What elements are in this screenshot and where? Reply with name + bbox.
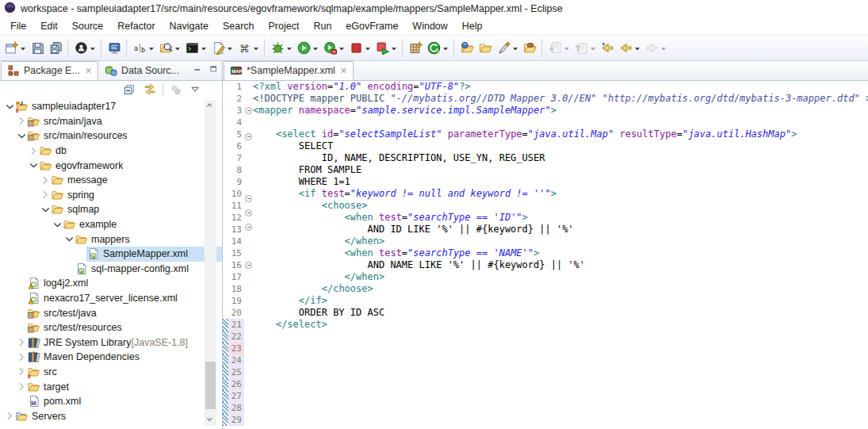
- chevron-collapsed-icon[interactable]: [28, 146, 39, 156]
- tree-item-log4j2-xml[interactable]: log4j2.xml: [0, 276, 222, 291]
- new-wizard-button[interactable]: [2, 39, 29, 57]
- menu-file[interactable]: File: [3, 19, 33, 33]
- chevron-collapsed-icon[interactable]: [40, 175, 51, 186]
- highlighter-button[interactable]: [495, 39, 521, 57]
- close-tab-icon[interactable]: ✕: [85, 66, 92, 76]
- focus-task-button[interactable]: [168, 82, 184, 98]
- tree-item-jre-system-library[interactable]: JRE System Library [JavaSE-1.8]: [0, 335, 222, 350]
- tree-item-message[interactable]: message: [0, 173, 222, 188]
- chevron-expanded-icon[interactable]: [16, 131, 27, 141]
- ab-toggle-dropdown-icon[interactable]: [147, 42, 155, 55]
- chevron-expanded-icon[interactable]: [63, 234, 75, 244]
- fold-marker-icon[interactable]: [244, 107, 253, 119]
- back-dropdown-icon[interactable]: [633, 42, 640, 55]
- view-tab-data-sourc-[interactable]: Data Sourc...: [98, 61, 185, 80]
- next-annotation-dropdown-icon[interactable]: [563, 42, 570, 55]
- tree-item-sampleuiadapter17[interactable]: JMxsampleuiadapter17: [0, 99, 222, 114]
- terminal-dropdown-icon[interactable]: [200, 42, 207, 55]
- run-coverage-dropdown-icon[interactable]: [338, 42, 345, 55]
- editor-tab-samplemapper[interactable]: MAP*SampleMapper.xml✕: [224, 61, 354, 80]
- scroll-down-icon[interactable]: [205, 414, 216, 426]
- tree-item-src-main-java[interactable]: src/main/java: [0, 114, 222, 129]
- ab-toggle-button[interactable]: ab: [131, 39, 157, 57]
- menu-navigate[interactable]: Navigate: [163, 19, 216, 33]
- profile-dropdown-icon[interactable]: [390, 42, 397, 55]
- tree-scrollbar[interactable]: [205, 100, 216, 426]
- command-key-button[interactable]: ⌘: [235, 39, 262, 57]
- chevron-collapsed-icon[interactable]: [16, 352, 27, 362]
- menu-window[interactable]: Window: [405, 19, 454, 33]
- new-wizard-dropdown-icon[interactable]: [19, 42, 26, 55]
- menu-egovframe[interactable]: eGovFrame: [338, 19, 405, 33]
- tree-item-src-test-resources[interactable]: src/test/resources: [0, 320, 222, 335]
- fold-marker-icon[interactable]: [244, 195, 253, 207]
- stop-dropdown-icon[interactable]: [364, 42, 371, 55]
- tree-item-servers[interactable]: Servers: [0, 408, 222, 423]
- egov-new-grid-button[interactable]: [407, 39, 425, 57]
- forward-dropdown-icon[interactable]: [660, 42, 667, 55]
- tree-item-spring[interactable]: spring: [0, 188, 222, 203]
- egov-refresh-button[interactable]: [425, 39, 451, 57]
- chevron-collapsed-icon[interactable]: [16, 116, 27, 126]
- code-editor[interactable]: 1234567891011121314151617181920212223242…: [223, 81, 868, 429]
- tree-item-sqlmap[interactable]: sqlmap: [0, 202, 222, 217]
- minimize-view-button[interactable]: [193, 65, 203, 75]
- scroll-up-icon[interactable]: [205, 100, 216, 112]
- save-all-button[interactable]: [47, 39, 65, 57]
- view-tab-package-e-[interactable]: Package E...✕: [1, 61, 98, 80]
- menu-refactor[interactable]: Refactor: [110, 19, 162, 33]
- run-button[interactable]: [295, 39, 321, 57]
- chevron-expanded-icon[interactable]: [52, 220, 63, 230]
- console-button[interactable]: [105, 39, 124, 57]
- tree-item-src-test-java[interactable]: src/test/java: [0, 305, 222, 320]
- menu-edit[interactable]: Edit: [33, 19, 65, 33]
- highlighter-dropdown-icon[interactable]: [511, 42, 518, 55]
- tree-item-egovframework[interactable]: egovframework: [0, 158, 222, 173]
- tree-item-samplemapper-xml[interactable]: aSampleMapper.xml: [0, 247, 222, 262]
- user-profile-dropdown-icon[interactable]: [89, 42, 96, 55]
- tree-item-nexacro17-server-license-xml[interactable]: nexacro17_server_license.xml: [0, 291, 222, 306]
- menu-project[interactable]: Project: [262, 19, 307, 33]
- tree-item-maven-dependencies[interactable]: Maven Dependencies: [0, 350, 222, 365]
- project-tree[interactable]: JMxsampleuiadapter17src/main/javasrc/mai…: [0, 98, 222, 429]
- user-profile-button[interactable]: [72, 39, 98, 57]
- tree-item-mappers[interactable]: mappers: [0, 232, 222, 247]
- stop-button[interactable]: [347, 39, 373, 57]
- edit-annotation-dropdown-icon[interactable]: [226, 42, 233, 55]
- tree-item-pom-xml[interactable]: Mpom.xml: [0, 394, 222, 409]
- maximize-view-button[interactable]: [209, 65, 219, 75]
- egov-refresh-dropdown-icon[interactable]: [442, 42, 449, 55]
- fold-marker-icon[interactable]: [244, 262, 253, 274]
- scrollbar-thumb[interactable]: [205, 362, 216, 409]
- chevron-collapsed-icon[interactable]: [16, 337, 27, 347]
- edit-annotation-button[interactable]: [209, 39, 235, 57]
- collapse-all-button[interactable]: [121, 82, 137, 98]
- chevron-collapsed-icon[interactable]: [40, 190, 51, 200]
- view-menu-button[interactable]: [189, 82, 203, 97]
- chevron-expanded-icon[interactable]: [28, 160, 39, 170]
- fold-marker-icon[interactable]: [244, 224, 253, 236]
- menu-help[interactable]: Help: [455, 19, 490, 33]
- debug-button[interactable]: [269, 39, 295, 57]
- open-resource-button[interactable]: [521, 39, 539, 57]
- search-folder-button[interactable]: [157, 39, 183, 57]
- open-folder-button[interactable]: [476, 39, 495, 57]
- menu-search[interactable]: Search: [216, 19, 262, 33]
- chevron-expanded-icon[interactable]: [40, 205, 51, 215]
- chevron-collapsed-icon[interactable]: [16, 381, 27, 392]
- search-folder-dropdown-icon[interactable]: [174, 42, 181, 55]
- tree-item-src[interactable]: xsrc: [0, 365, 222, 380]
- chevron-expanded-icon[interactable]: [4, 102, 15, 112]
- fold-marker-icon[interactable]: [244, 133, 253, 145]
- tree-item-sql-mapper-config-xml[interactable]: asql-mapper-config.xml: [0, 262, 222, 277]
- import-folder-button[interactable]: [458, 39, 476, 57]
- profile-button[interactable]: [373, 39, 400, 57]
- link-editor-button[interactable]: [142, 82, 158, 98]
- back-button[interactable]: [617, 39, 643, 57]
- tree-item-src-main-resources[interactable]: src/main/resources: [0, 128, 222, 144]
- fold-marker-icon[interactable]: [244, 209, 253, 221]
- forward-button[interactable]: [643, 39, 669, 57]
- terminal-button[interactable]: [183, 39, 209, 57]
- run-dropdown-icon[interactable]: [312, 42, 319, 55]
- tree-item-db[interactable]: db: [0, 144, 222, 159]
